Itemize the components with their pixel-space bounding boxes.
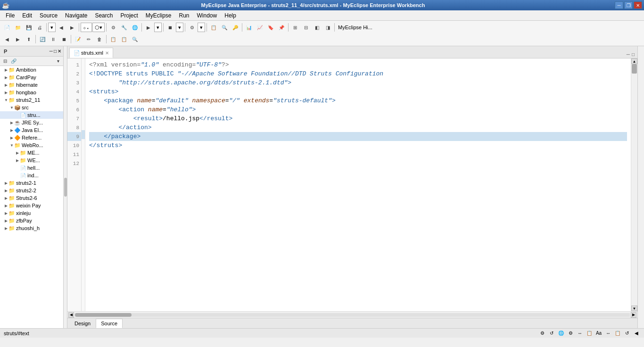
pe-collapse-btn[interactable]: ⊟ [1,57,9,66]
tree-item-src[interactable]: ▼ 📦 src [0,104,63,111]
status-icon-9[interactable]: 📋 [614,330,621,337]
tb-btn-12[interactable]: 🔑 [230,22,240,33]
tb2-btn-5[interactable]: ⏸ [48,34,58,44]
left-panel-scrollbar[interactable] [64,46,67,328]
tree-item-weixin[interactable]: ▶ 📁 weixin Pay [0,202,63,209]
menu-myeclipse[interactable]: MyEclipse [142,11,175,20]
editor-tab-struts-xml[interactable]: 📄 struts.xml ✕ [69,48,113,58]
tb-btn-2[interactable]: ◀ [56,22,66,33]
tb-dropdown-2[interactable]: ⬦▾ [81,23,92,32]
tb-btn-19[interactable]: ◧ [312,22,322,33]
tree-item-hello-jsp[interactable]: 📄 hell... [0,164,63,172]
tree-item-zfbpay[interactable]: ▶ 📁 zfbPay [0,217,63,224]
close-button[interactable]: ✕ [634,1,642,9]
tb2-btn-12[interactable]: 🔍 [130,34,140,44]
tb-btn-14[interactable]: 📈 [255,22,265,33]
status-icon-7[interactable]: Aa [595,330,603,337]
tb2-btn-11[interactable]: 📋 [119,34,129,44]
menu-run[interactable]: Run [175,11,193,20]
tb-btn-17[interactable]: ⊞ [290,22,300,33]
tree-item-webroot[interactable]: ▼ 📁 WebRo... [0,141,63,149]
scroll-up-btn[interactable]: ▲ [631,58,637,64]
status-icon-10[interactable]: ↺ [623,330,631,337]
tb-save-btn[interactable]: 💾 [24,22,34,33]
editor-minimize-btn[interactable]: ─ [626,51,631,58]
tb-btn-9[interactable]: ⚙ [187,22,197,33]
tree-item-javaee[interactable]: ▶ 🔷 Java El... [0,126,63,134]
panel-close-btn[interactable]: ✕ [58,49,61,54]
tb-dropdown-4[interactable]: ▾ [154,23,162,32]
menu-project[interactable]: Project [116,11,141,20]
tb-btn-4[interactable]: ⚙ [108,22,118,33]
tb2-btn-2[interactable]: ▶ [13,34,23,44]
status-icon-5[interactable]: ↔ [576,330,584,337]
tb-btn-15[interactable]: 🔖 [265,22,276,33]
tree-item-hongbao[interactable]: ▶ 📁 hongbao [0,89,63,96]
status-icon-8[interactable]: ↔ [604,330,612,337]
tab-design[interactable]: Design [69,319,96,328]
tb-print-btn[interactable]: 🖨 [34,22,45,33]
tb2-btn-9[interactable]: 🗑 [94,34,105,44]
tb-dropdown-1[interactable]: ▾ [48,23,56,32]
tree-item-xinleju[interactable]: ▶ 📁 xinleju [0,209,63,217]
tree-item-index-jsp[interactable]: 📄 ind... [0,172,63,179]
tree-item-me[interactable]: ▶ 📁 ME... [0,149,63,157]
tree-item-struts2-2[interactable]: ▶ 📁 struts2-2 [0,187,63,194]
status-icon-11[interactable]: ◀ [633,330,640,337]
menu-file[interactable]: File [2,11,18,20]
bottom-scrollbar[interactable]: ◀ ▶ [67,311,637,318]
scroll-left-btn[interactable]: ◀ [68,312,74,318]
tb-new-btn[interactable]: 📄 [2,22,12,33]
menu-navigate[interactable]: Navigate [61,11,91,20]
tab-close-btn[interactable]: ✕ [105,50,109,56]
minimize-button[interactable]: ─ [615,1,623,9]
tb2-btn-1[interactable]: ◀ [2,34,12,44]
tb-btn-8[interactable]: ⏹ [165,22,175,33]
code-content[interactable]: <?xml version="1.0" encoding="UTF-8"?> <… [85,58,631,311]
pe-menu-btn[interactable]: ▾ [54,57,62,66]
tb-btn-11[interactable]: 🔍 [219,22,230,33]
tree-item-struts2-6[interactable]: ▶ 📁 Struts2-6 [0,194,63,202]
tree-item-struts-xml[interactable]: 📄 stru... [0,111,63,119]
tree-item-ref[interactable]: ▶ 🔶 Refere... [0,134,63,141]
tree-item-jre[interactable]: ▶ ☕ JRE Sy... [0,119,63,126]
status-icon-3[interactable]: 🌐 [557,330,565,337]
restore-button[interactable]: ❐ [624,1,633,9]
scroll-right-btn[interactable]: ▶ [631,312,636,318]
menu-window[interactable]: Window [193,11,221,20]
tree-item-hibernate[interactable]: ▶ 📁 hibernate [0,81,63,89]
tb2-btn-6[interactable]: ⏹ [59,34,69,44]
menu-source[interactable]: Source [36,11,61,20]
tree-item-struts2-11[interactable]: ▼ 📁 struts2_11 [0,96,63,104]
right-scrollbar[interactable]: ▲ ▼ [631,58,637,311]
tb-btn-7[interactable]: ▶ [143,22,154,33]
tb2-btn-4[interactable]: 🔄 [37,34,48,44]
editor-maximize-btn[interactable]: □ [631,51,636,58]
tb2-btn-10[interactable]: 📋 [108,34,118,44]
tb-btn-6[interactable]: 🌐 [130,22,140,33]
tb-dropdown-6[interactable]: ▾ [198,23,205,32]
code-editor[interactable]: 1 2 3 4 5 6 7 8 9 10 11 12 [67,58,637,311]
tree-item-we[interactable]: ▶ 📁 WE... [0,157,63,164]
tree-item-cardpay[interactable]: ▶ 📁 CardPay [0,74,63,81]
menu-help[interactable]: Help [221,11,240,20]
tb-btn-18[interactable]: ⊟ [301,22,311,33]
tb-dropdown-5[interactable]: ▾ [176,23,183,32]
tb-btn-10[interactable]: 📋 [208,22,219,33]
status-icon-6[interactable]: 📋 [586,330,593,337]
tb-btn-3[interactable]: ▶ [67,22,77,33]
tb-btn-5[interactable]: 🔧 [119,22,129,33]
menu-edit[interactable]: Edit [18,11,36,20]
tb-btn-20[interactable]: ◨ [322,22,333,33]
tree-item-struts2-1[interactable]: ▶ 📁 struts2-1 [0,179,63,187]
tb-btn-16[interactable]: 📌 [276,22,287,33]
h-scroll-track[interactable] [75,313,630,317]
tb2-btn-8[interactable]: ✏ [83,34,94,44]
panel-minimize-btn[interactable]: ─ [50,49,53,54]
panel-maximize-btn[interactable]: □ [54,49,57,54]
tb-open-btn[interactable]: 📁 [13,22,23,33]
scroll-track[interactable] [631,64,637,306]
tree-item-zhuoshi[interactable]: ▶ 📁 zhuoshi_h [0,224,63,232]
menu-search[interactable]: Search [91,11,116,20]
status-icon-1[interactable]: ⚙ [538,330,546,337]
